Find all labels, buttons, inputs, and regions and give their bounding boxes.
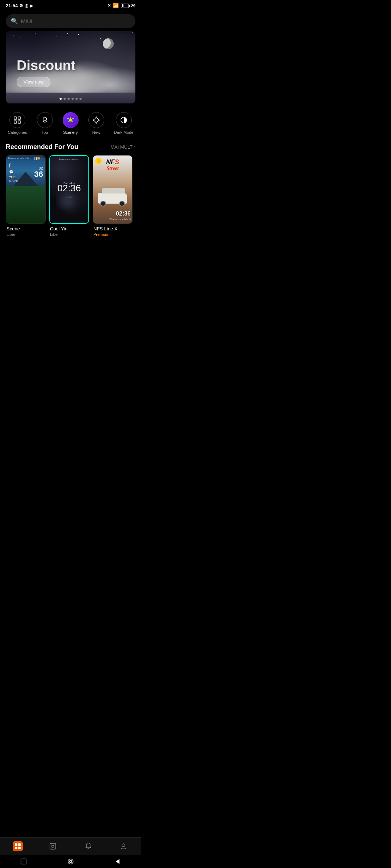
time: 21:54 [6, 3, 18, 8]
sidebar-item-dark-mode[interactable]: Dark Mode [114, 112, 134, 135]
banner: Discount View now [6, 31, 135, 103]
location-icon: ◎ [25, 3, 28, 8]
more-link[interactable]: MAI MULT › [110, 144, 135, 150]
categories-label: Categories [8, 130, 27, 135]
nfs-info: NFS Line X Premium [93, 224, 133, 239]
dot-2 [64, 98, 66, 100]
recommended-title: Recommended For You [6, 143, 78, 151]
top-icon [37, 112, 53, 128]
status-bar: 21:54 ⚙ ◎ ▶ ✕ 📶 29 [0, 0, 141, 11]
cool-yin-sub: Liber [50, 232, 88, 237]
scene-info: Scene Liber [6, 224, 46, 239]
play-icon: ▶ [30, 3, 33, 8]
svg-rect-0 [14, 117, 17, 119]
car-wheel-back [100, 201, 106, 207]
top-label: Top [42, 130, 48, 135]
scene-card-image: Emergency calls only ▐▐ 📶 📷 f 💬 📷 02 36 … [6, 155, 46, 224]
theme-card-nfs[interactable]: 👑 NFS Street 02:36 Wednesday Feb. 9 NFS … [93, 155, 133, 239]
cool-yin-info: Cool Yin Liber [49, 224, 89, 239]
dot-6 [80, 98, 82, 100]
svg-rect-6 [67, 118, 69, 119]
nfs-title: NFS [93, 158, 132, 166]
nfs-sub-title: Street [93, 166, 132, 171]
cool-yin-card-image: Emergency calls only Saturday 02:36 2020 [49, 155, 89, 224]
car-body [98, 193, 127, 204]
theme-card-scene[interactable]: Emergency calls only ▐▐ 📶 📷 f 💬 📷 02 36 … [6, 155, 46, 239]
car-wheel-front [119, 201, 125, 207]
cool-yin-name: Cool Yin [50, 226, 88, 231]
svg-rect-1 [18, 117, 21, 119]
categories-icon [9, 112, 25, 128]
battery-fill [122, 4, 123, 7]
nfs-date: Wednesday Feb. 9 [109, 218, 131, 221]
scene-name: Scene [7, 226, 45, 231]
theme-cards-list: Emergency calls only ▐▐ 📶 📷 f 💬 📷 02 36 … [0, 155, 141, 239]
svg-rect-3 [18, 121, 21, 123]
scene-bg: Emergency calls only ▐▐ 📶 📷 f 💬 📷 02 36 … [6, 156, 45, 224]
svg-point-4 [43, 117, 47, 121]
scene-sky: Emergency calls only ▐▐ 📶 📷 f 💬 📷 02 36 … [6, 156, 45, 186]
search-icon: 🔍 [11, 18, 18, 25]
nfs-time: 02:36 [116, 210, 131, 217]
new-label: New [92, 130, 100, 135]
nfs-sub: Premium [93, 232, 132, 237]
sidebar-item-top[interactable]: Top [37, 112, 53, 135]
nfs-card-image: 👑 NFS Street 02:36 Wednesday Feb. 9 [93, 155, 133, 224]
dot-3 [68, 98, 70, 100]
scene-status-bar: Emergency calls only ▐▐ 📶 📷 [6, 156, 45, 161]
scenery-label: Scenery [63, 130, 78, 135]
status-right: ✕ 📶 29 [108, 3, 135, 8]
category-nav: Categories Top Scenery New [0, 106, 141, 140]
wifi-icon: 📶 [113, 3, 119, 8]
scene-date: TUE 6 APR [9, 175, 18, 183]
battery-icon [121, 4, 129, 8]
status-left: 21:54 ⚙ ◎ ▶ [6, 3, 33, 8]
sidebar-item-categories[interactable]: Categories [8, 112, 27, 135]
theme-card-cool-yin[interactable]: Emergency calls only Saturday 02:36 2020… [49, 155, 89, 239]
banner-view-now-button[interactable]: View now [17, 77, 50, 87]
nfs-car [93, 184, 132, 213]
battery-percent: 29 [131, 4, 135, 8]
banner-title: Discount [17, 58, 76, 73]
cool-yin-status: Emergency calls only [50, 158, 88, 160]
nfs-bg: 👑 NFS Street 02:36 Wednesday Feb. 9 [93, 156, 132, 224]
scenery-icon [63, 112, 79, 128]
svg-rect-7 [72, 118, 74, 119]
cool-yin-bg: Emergency calls only Saturday 02:36 2020 [50, 156, 88, 223]
banner-dots [60, 98, 82, 100]
settings-icon: ⚙ [19, 3, 23, 8]
close-icon: ✕ [108, 3, 111, 8]
dot-4 [72, 98, 74, 100]
dark-mode-label: Dark Mode [114, 130, 134, 135]
scene-time: 02 36 [34, 166, 43, 178]
scene-grass [6, 186, 45, 224]
search-bar[interactable]: 🔍 [6, 14, 135, 28]
dot-1 [60, 98, 62, 100]
recommended-section-header: Recommended For You MAI MULT › [0, 140, 141, 155]
svg-rect-2 [14, 121, 17, 123]
search-input[interactable] [21, 18, 130, 24]
dot-5 [76, 98, 78, 100]
dark-mode-icon [116, 112, 132, 128]
scene-sub: Liber [7, 232, 45, 237]
new-icon [88, 112, 104, 128]
sidebar-item-new[interactable]: New [88, 112, 104, 135]
sidebar-item-scenery[interactable]: Scenery [63, 112, 79, 135]
nfs-name: NFS Line X [93, 226, 132, 231]
